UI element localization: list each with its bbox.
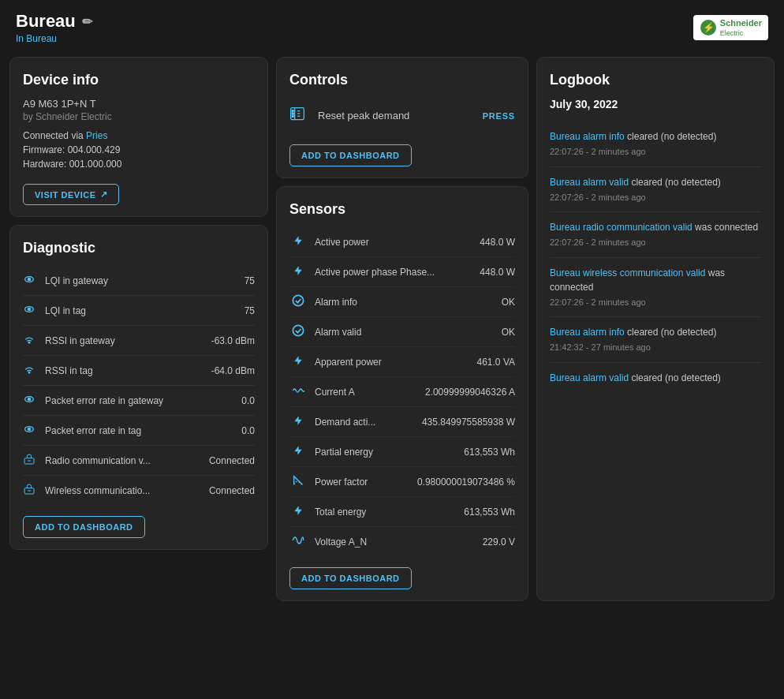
svg-point-20 <box>292 115 294 118</box>
sensors-add-to-dashboard-button[interactable]: ADD TO DASHBOARD <box>289 567 412 589</box>
eye-icon <box>23 273 37 288</box>
device-firmware: Firmware: 004.000.429 <box>23 144 255 155</box>
header-title-row: Bureau ✏ <box>16 11 92 32</box>
log-text: Bureau alarm valid cleared (no detected) <box>550 175 761 189</box>
eye-icon <box>23 393 37 408</box>
sensor-row: Total energy 613,553 Wh <box>289 497 515 527</box>
log-text: Bureau wireless communication valid was … <box>550 266 761 294</box>
edit-icon[interactable]: ✏ <box>82 14 92 29</box>
diag-value: 75 <box>245 275 255 286</box>
log-entry: Bureau wireless communication valid was … <box>550 258 761 318</box>
diag-value: 0.0 <box>241 425 255 436</box>
sensor-value: 229.0 V <box>483 536 515 548</box>
logo-line2: Electric <box>720 29 762 37</box>
check-icon <box>289 294 307 309</box>
sensor-value: 2.00999999046326 A <box>425 387 515 398</box>
sensor-value: 0.980000019073486 % <box>417 477 515 488</box>
bolt-icon <box>289 264 307 279</box>
diagnostic-card: Diagnostic LQI in gateway 75 LQI in tag … <box>9 225 268 550</box>
svg-point-6 <box>28 342 30 344</box>
control-icon <box>289 106 308 125</box>
diag-label: LQI in tag <box>45 305 237 316</box>
sensor-label: Power factor <box>315 477 409 488</box>
schneider-logo: ⚡ Schneider Electric <box>693 15 768 39</box>
diagnostic-title: Diagnostic <box>23 240 255 256</box>
device-info-title: Device info <box>23 72 255 88</box>
connected-label: Connected via <box>23 130 86 141</box>
sensor-row: Active power 448.0 W <box>289 227 515 257</box>
log-entry: Bureau alarm valid cleared (no detected)… <box>550 167 761 213</box>
device-by: by Schneider Electric <box>23 111 255 122</box>
sensor-value: 435.849975585938 W <box>422 417 515 428</box>
controls-add-to-dashboard-button[interactable]: ADD TO DASHBOARD <box>289 144 412 166</box>
sensor-value: OK <box>502 297 515 308</box>
log-entry: Bureau alarm info cleared (no detected) … <box>550 317 761 363</box>
visit-device-button[interactable]: VISIT DEVICE ↗ <box>23 184 119 205</box>
svg-marker-26 <box>294 416 301 425</box>
sensors-card: Sensors Active power 448.0 W Active powe… <box>276 186 528 601</box>
connected-link[interactable]: Pries <box>86 130 107 141</box>
sensor-value: OK <box>502 327 515 338</box>
log-action: cleared (no detected) <box>627 131 716 142</box>
page-title: Bureau <box>16 11 76 32</box>
radio-icon <box>23 453 37 468</box>
sensor-row: Power factor 0.980000019073486 % <box>289 467 515 497</box>
sensor-label: Current A <box>315 387 417 398</box>
diag-value: -64.0 dBm <box>211 365 255 376</box>
sensor-row: Apparent power 461.0 VA <box>289 347 515 377</box>
bolt-icon <box>289 414 307 429</box>
diag-label: RSSI in tag <box>45 365 203 376</box>
sensor-label: Alarm valid <box>315 327 494 338</box>
logbook-date: July 30, 2022 <box>550 98 761 110</box>
diagnostic-add-to-dashboard-button[interactable]: ADD TO DASHBOARD <box>23 516 145 538</box>
device-hardware: Hardware: 001.000.000 <box>23 159 255 170</box>
eye-icon <box>23 423 37 438</box>
log-action: was connected <box>695 222 758 233</box>
log-action: cleared (no detected) <box>627 327 716 338</box>
eye-icon <box>23 303 37 318</box>
log-action: cleared (no detected) <box>631 372 720 383</box>
control-row: Reset peak demand PRESS <box>289 98 515 133</box>
sensor-row: Voltage A_N 229.0 V <box>289 527 515 556</box>
log-source: Bureau alarm valid <box>550 177 629 188</box>
svg-point-9 <box>28 398 30 400</box>
device-info-card: Device info A9 M63 1P+N T by Schneider E… <box>9 57 268 217</box>
sensor-row: Active power phase Phase... 448.0 W <box>289 257 515 287</box>
log-text: Bureau radio communication valid was con… <box>550 220 761 234</box>
sensor-value: 448.0 W <box>480 267 515 278</box>
sensor-label: Apparent power <box>315 357 469 368</box>
log-entry: Bureau radio communication valid was con… <box>550 212 761 258</box>
log-text: Bureau alarm valid cleared (no detected) <box>550 371 761 385</box>
external-link-icon: ↗ <box>100 189 108 200</box>
control-label: Reset peak demand <box>318 110 473 121</box>
press-button[interactable]: PRESS <box>483 111 515 121</box>
svg-point-5 <box>28 308 30 310</box>
svg-marker-25 <box>294 356 301 365</box>
diag-label: Wireless communicatio... <box>45 485 201 496</box>
diag-label: LQI in gateway <box>45 275 237 286</box>
diag-value: Connected <box>209 455 255 466</box>
svg-point-3 <box>28 278 30 280</box>
sensor-label: Alarm info <box>315 297 494 308</box>
log-time: 22:07:26 - 2 minutes ago <box>550 236 761 249</box>
breadcrumb: In Bureau <box>16 33 92 44</box>
log-source: Bureau radio communication valid <box>550 222 693 233</box>
sensors-rows: Active power 448.0 W Active power phase … <box>289 227 515 556</box>
svg-marker-21 <box>294 236 301 245</box>
sensor-label: Total energy <box>315 506 456 518</box>
log-text: Bureau alarm info cleared (no detected) <box>550 325 761 339</box>
wifi-icon <box>23 333 37 348</box>
diagnostic-row: RSSI in gateway -63.0 dBm <box>23 326 255 356</box>
sensor-value: 613,553 Wh <box>464 506 515 518</box>
diagnostic-row: Packet error rate in gateway 0.0 <box>23 386 255 416</box>
controls-card: Controls Reset peak demand PRESS ADD TO … <box>276 57 528 178</box>
sensor-row: Demand acti... 435.849975585938 W <box>289 407 515 437</box>
svg-point-19 <box>292 113 294 115</box>
diag-label: Packet error rate in gateway <box>45 395 233 406</box>
device-connected: Connected via Pries <box>23 130 255 141</box>
diagnostic-row: LQI in gateway 75 <box>23 266 255 296</box>
sensor-label: Demand acti... <box>315 417 414 428</box>
main-content: Device info A9 M63 1P+N T by Schneider E… <box>0 52 784 611</box>
diag-value: 75 <box>245 305 255 316</box>
bolt-icon <box>289 444 307 459</box>
